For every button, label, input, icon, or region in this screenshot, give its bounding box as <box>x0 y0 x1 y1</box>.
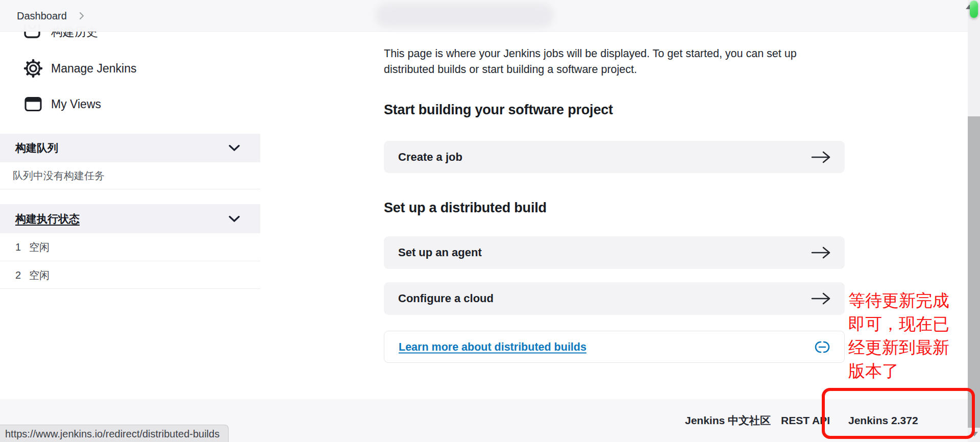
create-a-job-label: Create a job <box>398 151 462 164</box>
sidebar-item-label: My Views <box>51 97 101 111</box>
executor-number: 1 <box>15 241 21 253</box>
chevron-down-icon[interactable] <box>229 145 240 152</box>
window-icon <box>24 97 42 112</box>
status-bar-url: https://www.jenkins.io/redirect/distribu… <box>5 428 219 439</box>
executor-row: 1 空闲 <box>0 233 260 261</box>
annotation-line: 即可，现在已 <box>848 312 949 336</box>
sidebar-item-manage-jenkins[interactable]: Manage Jenkins <box>0 54 260 83</box>
sidebar-item-label: Manage Jenkins <box>51 62 137 76</box>
set-up-agent-label: Set up an agent <box>398 246 482 259</box>
arrow-right-icon <box>810 291 831 306</box>
status-bar: https://www.jenkins.io/redirect/distribu… <box>0 425 229 442</box>
build-queue-header[interactable]: 构建队列 <box>0 134 260 162</box>
executor-status-header[interactable]: 构建执行状态 <box>0 204 260 233</box>
annotation-line: 经更新到最新 <box>848 336 949 359</box>
executor-status-text: 空闲 <box>29 240 50 254</box>
sidebar-item-my-views[interactable]: My Views <box>0 90 260 118</box>
footer-link-jenkins-community[interactable]: Jenkins 中文社区 <box>685 399 771 442</box>
scrollbar-thumb[interactable] <box>968 116 980 428</box>
red-annotation-text: 等待更新完成 即可，现在已 经更新到最新 版本了 <box>848 289 949 383</box>
set-up-agent-button[interactable]: Set up an agent <box>384 236 845 269</box>
learn-more-distributed-builds-link[interactable]: Learn more about distributed builds <box>384 331 845 363</box>
executor-row: 2 空闲 <box>0 261 260 289</box>
arrow-right-icon <box>810 245 831 260</box>
build-queue-title: 构建队列 <box>15 141 58 155</box>
gear-icon <box>23 59 43 78</box>
scrollbar-green-marker <box>970 1 978 18</box>
intro-paragraph: This page is where your Jenkins jobs wil… <box>384 46 813 78</box>
start-building-heading: Start building your software project <box>384 102 613 118</box>
distributed-build-heading: Set up a distributed build <box>384 200 547 216</box>
blurred-heading-behind-bar <box>375 3 554 28</box>
create-a-job-button[interactable]: Create a job <box>384 141 845 173</box>
build-queue-empty-row: 队列中没有构建任务 <box>0 162 260 189</box>
executor-status-text: 空闲 <box>29 268 50 282</box>
executor-number: 2 <box>15 269 21 281</box>
configure-cloud-button[interactable]: Configure a cloud <box>384 282 845 315</box>
configure-cloud-label: Configure a cloud <box>398 292 494 305</box>
top-bar: Dashboard <box>0 0 980 32</box>
jenkins-dashboard-page: 构建历史 Manage Jenkins <box>0 0 980 442</box>
executor-status-title[interactable]: 构建执行状态 <box>15 212 80 226</box>
build-queue-empty-text: 队列中没有构建任务 <box>13 169 105 183</box>
external-link-icon <box>814 340 831 354</box>
annotation-line: 版本了 <box>848 359 949 383</box>
chevron-down-icon[interactable] <box>229 215 240 222</box>
red-annotation-box <box>822 388 975 439</box>
chevron-right-icon <box>79 12 84 20</box>
annotation-line: 等待更新完成 <box>848 289 949 312</box>
arrow-right-icon <box>810 150 831 164</box>
learn-more-label: Learn more about distributed builds <box>399 340 586 353</box>
breadcrumb-dashboard[interactable]: Dashboard <box>17 0 67 32</box>
